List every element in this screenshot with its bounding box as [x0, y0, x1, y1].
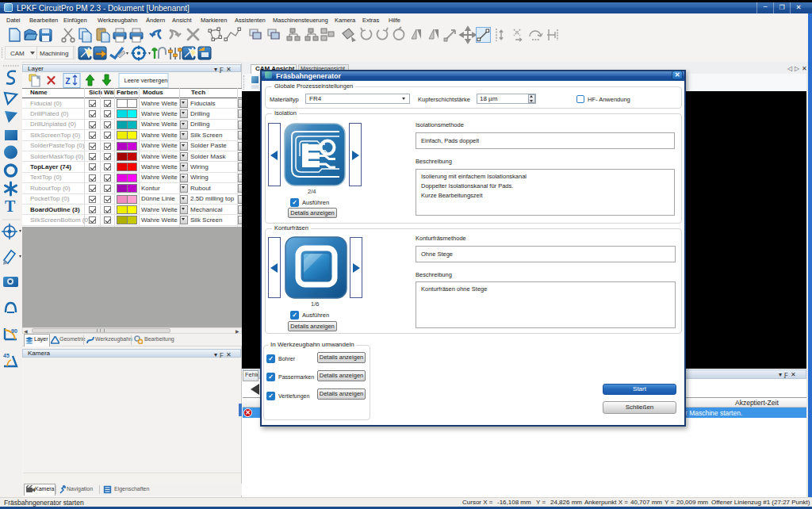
svg-text:45: 45: [3, 353, 10, 358]
svg-text:Z: Z: [66, 77, 71, 86]
svg-text:90: 90: [11, 328, 17, 334]
svg-text:T: T: [5, 197, 16, 215]
svg-text:Leere verbergen: Leere verbergen: [124, 77, 168, 84]
